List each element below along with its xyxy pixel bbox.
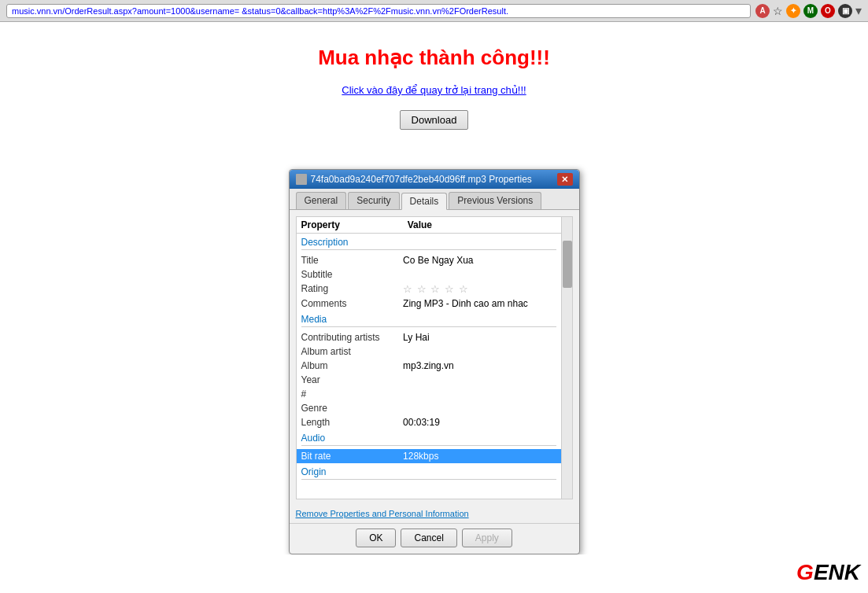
row-bitrate: Bit rate 128kbps [297, 449, 561, 463]
toolbar-icon-1: ✦ [786, 4, 800, 18]
tab-general[interactable]: General [296, 192, 347, 209]
properties-dialog: 74fa0bad9a240ef707dfe2beb40d96ff.mp3 Pro… [289, 169, 580, 554]
dialog-tabs: General Security Details Previous Versio… [290, 189, 579, 210]
row-genre: Genre [297, 401, 561, 415]
row-publisher: Publisher [297, 483, 561, 485]
section-line-2 [301, 326, 556, 327]
cancel-button[interactable]: Cancel [401, 529, 456, 547]
props-scroll[interactable]: Description Title Co Be Ngay Xua Subtitl… [297, 234, 572, 485]
back-link[interactable]: Click vào đây để quay trở lại trang chủ!… [16, 84, 852, 96]
dialog-body: Property Value Description Title Co Be N… [296, 216, 573, 499]
section-line-1 [301, 249, 556, 250]
tab-previous-versions[interactable]: Previous Versions [449, 192, 541, 209]
header-property: Property [301, 219, 408, 230]
row-album-artist: Album artist [297, 344, 561, 359]
gmail-icon: M [803, 4, 818, 18]
url-right: &status=0&callback=http%3A%2F%2Fmusic.vn… [242, 6, 508, 16]
section-line-4 [301, 479, 556, 480]
dialog-title-text: 74fa0bad9a240ef707dfe2beb40d96ff.mp3 Pro… [311, 174, 532, 185]
dialog-overlay: 74fa0bad9a240ef707dfe2beb40d96ff.mp3 Pro… [0, 169, 868, 554]
row-length: Length 00:03:19 [297, 415, 561, 429]
abp-icon: A [755, 4, 770, 18]
dialog-buttons: OK Cancel Apply [290, 523, 579, 554]
browser-icons: A ☆ ✦ M O ▣ ▾ [755, 3, 862, 18]
page-content: Mua nhạc thành công!!! Click vào đây để … [0, 22, 868, 145]
row-title: Title Co Be Ngay Xua [297, 253, 561, 267]
browser-bar: music.vnn.vn/OrderResult.aspx?amount=100… [0, 0, 868, 22]
header-value: Value [408, 219, 567, 230]
scrollbar[interactable] [561, 217, 572, 499]
props-header: Property Value [297, 217, 572, 234]
remove-link-container: Remove Properties and Personal Informati… [290, 506, 579, 523]
dialog-title-icon [296, 174, 307, 185]
star-icon[interactable]: ☆ [773, 5, 783, 17]
dialog-titlebar: 74fa0bad9a240ef707dfe2beb40d96ff.mp3 Pro… [290, 170, 579, 189]
tab-security[interactable]: Security [348, 192, 399, 209]
dialog-close-button[interactable]: ✕ [557, 173, 573, 186]
chevron-down-icon[interactable]: ▾ [855, 3, 862, 18]
remove-properties-link[interactable]: Remove Properties and Personal Informati… [296, 509, 469, 518]
dialog-title-left: 74fa0bad9a240ef707dfe2beb40d96ff.mp3 Pro… [296, 174, 532, 185]
success-title: Mua nhạc thành công!!! [16, 46, 852, 70]
row-comments: Comments Zing MP3 - Dinh cao am nhac [297, 296, 561, 311]
ok-button[interactable]: OK [356, 529, 396, 547]
section-audio: Audio [297, 429, 561, 445]
row-rating: Rating ☆ ☆ ☆ ☆ ☆ [297, 282, 561, 296]
row-subtitle: Subtitle [297, 267, 561, 282]
row-album: Album mp3.zing.vn [297, 359, 561, 373]
apply-button[interactable]: Apply [462, 529, 512, 547]
section-line-3 [301, 445, 556, 446]
opera-icon: O [821, 4, 835, 18]
browser-url[interactable]: music.vnn.vn/OrderResult.aspx?amount=100… [6, 4, 751, 18]
tab-details[interactable]: Details [401, 193, 448, 210]
url-left: music.vnn.vn/OrderResult.aspx?amount=100… [12, 6, 239, 16]
row-contributing-artists: Contributing artists Ly Hai [297, 330, 561, 344]
toolbar-icon-2: ▣ [838, 4, 852, 18]
section-origin: Origin [297, 463, 561, 479]
row-year: Year [297, 373, 561, 387]
section-description: Description [297, 234, 561, 249]
row-number: # [297, 387, 561, 401]
download-button[interactable]: Download [400, 110, 469, 130]
scrollbar-thumb [563, 241, 572, 288]
section-media: Media [297, 311, 561, 326]
